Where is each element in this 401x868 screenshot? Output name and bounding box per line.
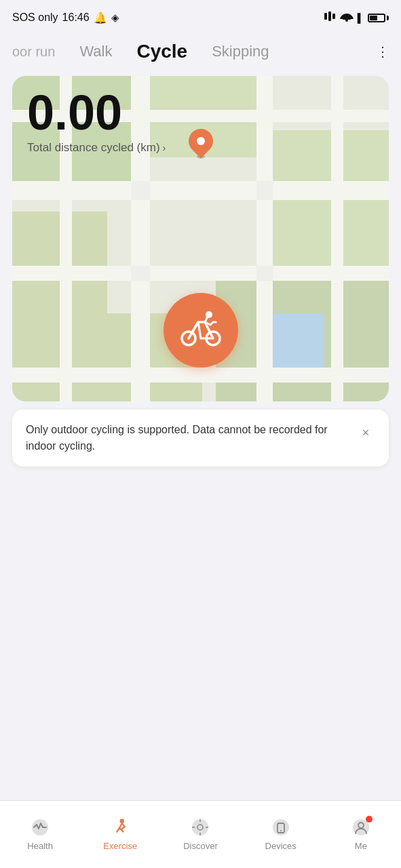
me-label: Me	[355, 841, 367, 851]
svg-rect-21	[256, 181, 273, 200]
tab-cycle[interactable]: Cycle	[124, 35, 199, 68]
tabs-container: oor run Walk Cycle Skipping ⋮	[0, 35, 401, 71]
distance-label[interactable]: Total distance cycled (km) ›	[27, 141, 166, 155]
tabs-scroll: oor run Walk Cycle Skipping	[0, 35, 365, 68]
devices-icon	[271, 818, 290, 837]
exercise-icon	[111, 818, 130, 837]
cycle-icon	[179, 307, 223, 353]
tab-walk[interactable]: Walk	[67, 37, 124, 66]
discover-label: Discover	[183, 841, 218, 851]
svg-rect-22	[256, 266, 273, 281]
discover-icon	[191, 818, 210, 837]
devices-label: Devices	[265, 841, 297, 851]
nav-item-health[interactable]: Health	[13, 818, 67, 851]
exercise-label: Exercise	[103, 841, 137, 851]
svg-point-27	[206, 311, 212, 318]
nav-item-me[interactable]: Me	[334, 818, 388, 851]
me-notification-dot	[366, 816, 373, 823]
map-card[interactable]: 0.00 Total distance cycled (km) ›	[12, 76, 389, 401]
tab-outdoor-run[interactable]: oor run	[0, 39, 67, 65]
signal-icon: ▌	[358, 13, 364, 23]
health-icon	[31, 818, 50, 837]
chevron-right-icon: ›	[163, 142, 166, 153]
distance-value: 0.00	[27, 88, 166, 137]
notification-banner: Only outdoor cycling is supported. Data …	[12, 410, 389, 467]
status-left: SOS only 16:46 🔔 ◈	[12, 12, 119, 24]
nav-item-discover[interactable]: Discover	[173, 818, 227, 851]
tab-skipping[interactable]: Skipping	[199, 37, 281, 66]
notification-text: Only outdoor cycling is supported. Data …	[26, 422, 347, 454]
svg-rect-19	[131, 181, 150, 200]
carrier-text: SOS only	[12, 12, 58, 24]
nfc-status-icon	[324, 11, 336, 24]
location-pin	[189, 129, 213, 159]
nav-item-devices[interactable]: Devices	[254, 818, 308, 851]
battery-icon	[368, 14, 389, 22]
me-icon	[351, 818, 370, 837]
bottom-nav: Health Exercise	[0, 800, 401, 868]
svg-line-34	[122, 827, 125, 829]
svg-rect-18	[331, 76, 343, 401]
svg-rect-16	[256, 76, 273, 401]
wifi-icon	[340, 11, 354, 24]
status-bar: SOS only 16:46 🔔 ◈ ▌	[0, 0, 401, 35]
health-label: Health	[27, 841, 53, 851]
distance-overlay: 0.00 Total distance cycled (km) ›	[27, 88, 166, 155]
nav-item-exercise[interactable]: Exercise	[93, 818, 147, 851]
more-button[interactable]: ⋮	[365, 38, 401, 65]
bell-icon: 🔔	[94, 12, 107, 24]
svg-rect-2	[332, 14, 335, 19]
svg-rect-1	[328, 12, 331, 21]
notification-close-button[interactable]: ×	[356, 423, 375, 442]
status-right: ▌	[324, 11, 389, 24]
svg-rect-0	[324, 13, 327, 20]
svg-rect-20	[131, 266, 150, 281]
cycle-start-button[interactable]	[164, 293, 238, 368]
nfc-icon: ◈	[111, 12, 119, 24]
time-text: 16:46	[62, 12, 90, 24]
svg-point-43	[280, 830, 282, 831]
